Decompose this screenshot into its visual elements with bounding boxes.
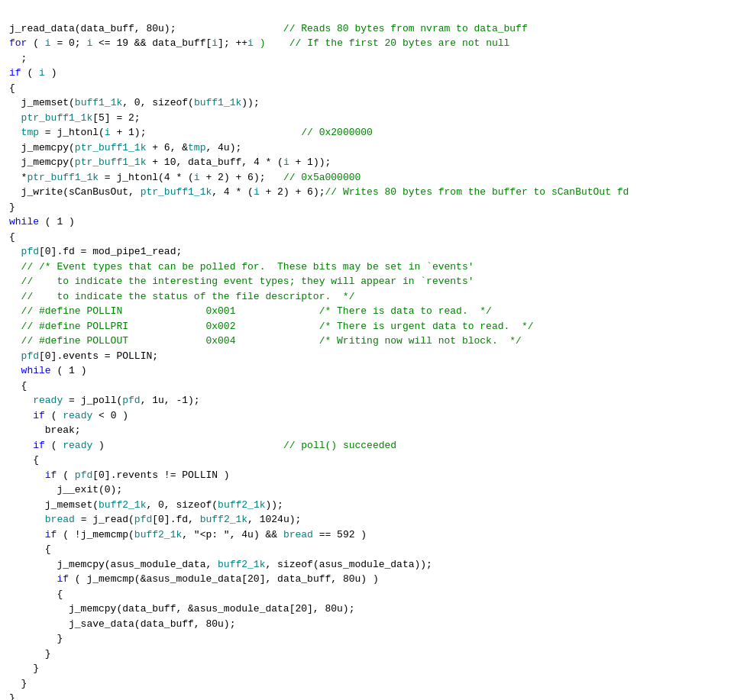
code-var: buff1_1k bbox=[75, 97, 122, 108]
code-text: )); bbox=[241, 97, 259, 108]
code-text: [5] = 2; bbox=[92, 112, 140, 124]
code-text: , 0, sizeof( bbox=[146, 499, 218, 511]
line-8: tmp = j_htonl(i + 1); // 0x2000000 bbox=[9, 127, 373, 138]
line-2: for ( i = 0; i <= 19 && data_buff[i]; ++… bbox=[9, 37, 509, 49]
code-ptr: ptr_buff1_1k bbox=[75, 142, 147, 153]
line-24: while ( 1 ) bbox=[9, 365, 86, 376]
code-text: [0].fd = mod_pipe1_read; bbox=[39, 246, 182, 257]
code-var: i bbox=[283, 156, 289, 168]
code-text: = j_poll( bbox=[63, 395, 122, 406]
code-text: j_memcpy( bbox=[9, 142, 75, 153]
line-28: break; bbox=[9, 424, 81, 436]
code-text bbox=[9, 246, 21, 257]
code-text: } bbox=[9, 648, 51, 660]
code-text: ( 1 ) bbox=[51, 365, 87, 376]
code-text: , 4u); bbox=[205, 142, 241, 153]
code-text: = 0; bbox=[51, 37, 87, 49]
code-text: , "<p: ", 4u) && bbox=[182, 529, 283, 540]
code-text: )); bbox=[266, 499, 283, 511]
code-keyword: if bbox=[33, 440, 45, 451]
line-33: j_memset(buff2_1k, 0, sizeof(buff2_1k)); bbox=[9, 499, 283, 511]
code-text: * bbox=[9, 172, 27, 183]
code-text: = j_htonl( bbox=[39, 127, 105, 138]
code-comment: // 0x2000000 bbox=[301, 127, 373, 138]
code-var: i bbox=[39, 67, 45, 79]
code-text: ( bbox=[27, 37, 44, 49]
line-1: j_read_data(data_buff, 80u); // Reads 80… bbox=[9, 23, 528, 34]
line-45: } bbox=[9, 678, 27, 689]
code-comment: // #define POLLPRI 0x002 /* There is urg… bbox=[9, 321, 534, 332]
code-text: + 1); bbox=[111, 127, 302, 138]
line-41: j_save_data(data_buff, 80u); bbox=[9, 618, 235, 630]
code-var: i bbox=[45, 37, 51, 49]
code-text: ( 1 ) bbox=[39, 216, 75, 227]
line-4: if ( i ) bbox=[9, 67, 57, 79]
code-text: ( bbox=[57, 469, 74, 481]
code-text: ( bbox=[21, 67, 39, 79]
code-var: i bbox=[212, 37, 218, 49]
code-comment: // to indicate the status of the file de… bbox=[9, 291, 354, 302]
line-9: j_memcpy(ptr_buff1_1k + 6, &tmp, 4u); bbox=[9, 142, 241, 153]
line-26: ready = j_poll(pfd, 1u, -1); bbox=[9, 395, 200, 406]
line-25: { bbox=[9, 380, 27, 392]
line-27: if ( ready < 0 ) bbox=[9, 410, 128, 421]
code-var: buff2_1k bbox=[218, 559, 265, 570]
code-text bbox=[9, 514, 45, 525]
code-text: ( bbox=[45, 410, 63, 421]
code-text: j_memcpy( bbox=[9, 156, 75, 168]
code-comment: // Reads 80 bytes from nvram to data_buf… bbox=[283, 23, 528, 34]
line-10: j_memcpy(ptr_buff1_1k + 10, data_buff, 4… bbox=[9, 156, 331, 168]
code-text: j_memset( bbox=[9, 97, 75, 108]
line-15: { bbox=[9, 231, 15, 243]
line-19: // to indicate the status of the file de… bbox=[9, 291, 354, 302]
code-text: j__exit(0); bbox=[9, 484, 122, 495]
code-ptr: ptr_buff1_1k bbox=[21, 112, 93, 124]
code-var: i bbox=[247, 37, 254, 49]
code-text: { bbox=[9, 82, 15, 94]
code-text: } bbox=[9, 678, 27, 689]
code-text: ) bbox=[92, 440, 283, 451]
code-keyword: if bbox=[9, 67, 21, 79]
code-text: j_memcpy(asus_module_data, bbox=[9, 559, 218, 570]
line-16: pfd[0].fd = mod_pipe1_read; bbox=[9, 246, 182, 257]
code-text: <= 19 && data_buff[ bbox=[92, 37, 212, 49]
line-11: *ptr_buff1_1k = j_htonl(4 * (i + 2) + 6)… bbox=[9, 172, 361, 183]
code-text: [0].fd, bbox=[152, 514, 199, 525]
line-13: } bbox=[9, 202, 15, 213]
code-comment: // Writes 80 bytes from the buffer to sC… bbox=[325, 186, 629, 198]
code-text: = j_read( bbox=[75, 514, 134, 525]
line-35: if ( !j_memcmp(buff2_1k, "<p: ", 4u) && … bbox=[9, 529, 367, 540]
code-keyword: while bbox=[9, 216, 39, 227]
line-29: if ( ready ) // poll() succeeded bbox=[9, 440, 396, 451]
line-17: // /* Event types that can be polled for… bbox=[9, 261, 474, 273]
code-text: ]; ++ bbox=[218, 37, 247, 49]
line-31: if ( pfd[0].revents != POLLIN ) bbox=[9, 469, 230, 481]
code-var: buff2_1k bbox=[99, 499, 146, 511]
code-text: j_write(sCanBusOut, bbox=[9, 186, 141, 198]
code-var: tmp bbox=[188, 142, 205, 153]
code-keyword: if bbox=[45, 529, 57, 540]
code-ptr: ptr_buff1_1k bbox=[141, 186, 212, 198]
code-text: j_read_data(data_buff, 80u); bbox=[9, 23, 283, 34]
code-text bbox=[9, 365, 21, 376]
code-comment: ) // If the first 20 bytes are not null bbox=[254, 37, 509, 49]
code-viewer: j_read_data(data_buff, 80u); // Reads 80… bbox=[9, 6, 725, 700]
code-var: buff2_1k bbox=[200, 514, 247, 525]
code-text bbox=[9, 350, 21, 362]
code-keyword: for bbox=[9, 37, 27, 49]
code-var: ready bbox=[63, 440, 92, 451]
line-39: { bbox=[9, 589, 63, 600]
code-text bbox=[9, 440, 33, 451]
code-text: } bbox=[9, 633, 63, 644]
code-var: buff2_1k bbox=[134, 529, 182, 540]
line-34: bread = j_read(pfd[0].fd, buff2_1k, 1024… bbox=[9, 514, 301, 525]
code-text: , 4 * ( bbox=[212, 186, 254, 198]
code-text: ; bbox=[9, 53, 27, 64]
line-22: // #define POLLOUT 0x004 /* Writing now … bbox=[9, 335, 522, 347]
line-20: // #define POLLIN 0x001 /* There is data… bbox=[9, 305, 492, 317]
code-text bbox=[9, 573, 57, 585]
code-text: + 2) + 6); bbox=[200, 172, 283, 183]
code-comment: // to indicate the interesting event typ… bbox=[9, 276, 474, 287]
code-var: pfd bbox=[21, 246, 39, 257]
line-44: } bbox=[9, 663, 39, 674]
